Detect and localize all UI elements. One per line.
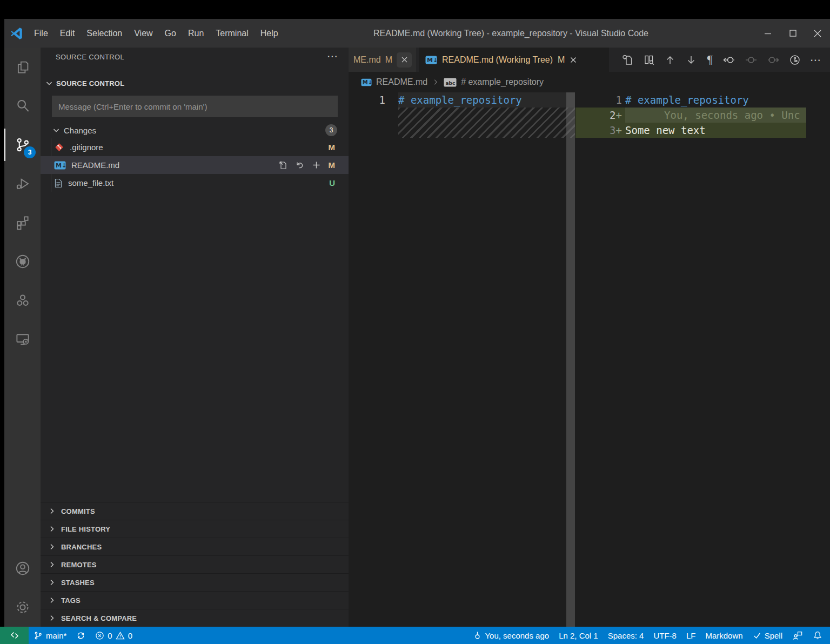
maximize-button[interactable]	[780, 19, 805, 48]
stage-changes-icon[interactable]	[312, 160, 321, 170]
branch-status-item[interactable]: main*	[29, 627, 71, 644]
close-tab-icon[interactable]	[397, 52, 412, 68]
section-commits[interactable]: COMMITS	[41, 502, 349, 520]
branch-icon	[34, 631, 43, 640]
menu-view[interactable]: View	[128, 19, 158, 48]
cursor-position-item[interactable]: Ln 2, Col 1	[554, 627, 603, 644]
menu-bar: File Edit Selection View Go Run Terminal…	[28, 19, 284, 48]
extensions-icon	[15, 214, 31, 231]
close-window-button[interactable]	[805, 19, 830, 48]
abc-glyph: abc	[446, 80, 456, 85]
tab-readme-working-tree[interactable]: M↓ README.md (Working Tree) M	[419, 48, 609, 72]
spell-label: Spell	[765, 631, 782, 640]
markdown-file-icon: M↓	[425, 56, 437, 64]
file-row-some-file[interactable]: some_file.txt U	[41, 174, 349, 192]
diff-modified-pane[interactable]: 1 # example_repository 2+ You, seconds a…	[575, 92, 830, 627]
activity-settings[interactable]	[4, 588, 41, 627]
encoding-item[interactable]: UTF-8	[648, 627, 681, 644]
section-label: COMMITS	[61, 507, 95, 515]
activity-explorer[interactable]	[4, 48, 41, 86]
feedback-item[interactable]	[787, 627, 808, 644]
discard-changes-icon[interactable]	[295, 160, 304, 170]
changes-header[interactable]: Changes 3	[41, 122, 349, 138]
md-glyph: M↓	[56, 162, 66, 169]
status-bar-right: You, seconds ago Ln 2, Col 1 Spaces: 4 U…	[468, 627, 830, 644]
line-number: 2+	[575, 108, 625, 123]
menu-selection[interactable]: Selection	[81, 19, 128, 48]
remote-indicator[interactable]	[0, 627, 29, 644]
file-history-icon[interactable]	[789, 54, 801, 66]
tab-readme[interactable]: ME.md M	[349, 48, 416, 72]
section-remotes[interactable]: REMOTES	[41, 555, 349, 573]
code-text: Some new text	[625, 123, 806, 138]
section-branches[interactable]: BRANCHES	[41, 538, 349, 555]
maximize-icon	[789, 30, 796, 37]
open-file-icon[interactable]	[622, 54, 634, 66]
files-icon	[15, 59, 31, 75]
section-source-control-header[interactable]: SOURCE CONTROL	[41, 75, 349, 91]
three-circles-icon	[15, 292, 31, 308]
whitespace-toggle-icon[interactable]: ¶	[706, 53, 713, 66]
section-file-history[interactable]: FILE HISTORY	[41, 520, 349, 538]
section-label: STASHES	[61, 579, 95, 587]
activity-gitlens[interactable]	[4, 281, 41, 320]
minimize-button[interactable]	[755, 19, 780, 48]
activity-accounts[interactable]	[4, 549, 41, 588]
open-file-icon[interactable]	[278, 160, 287, 170]
section-stashes[interactable]: STASHES	[41, 573, 349, 591]
check-icon	[753, 631, 761, 640]
close-tab-icon[interactable]	[570, 56, 577, 64]
previous-change-icon[interactable]	[664, 54, 676, 66]
scrollbar[interactable]	[566, 92, 575, 627]
file-row-gitignore[interactable]: .gitignore M	[41, 138, 349, 156]
open-changes-current-icon[interactable]	[745, 54, 758, 66]
commit-message-input[interactable]	[52, 96, 338, 117]
chevron-right-icon	[432, 78, 439, 86]
menu-file[interactable]: File	[28, 19, 54, 48]
menu-go[interactable]: Go	[159, 19, 182, 48]
vscode-logo-icon	[10, 26, 24, 41]
file-row-readme[interactable]: M↓ README.md	[41, 156, 349, 174]
activity-search[interactable]	[4, 86, 41, 125]
file-name: .gitignore	[70, 143, 103, 152]
blame-status-item[interactable]: You, seconds ago	[468, 627, 554, 644]
diff-original-pane[interactable]: 1 # example_repository	[349, 92, 575, 627]
activity-run-debug[interactable]	[4, 164, 41, 203]
more-actions-icon[interactable]: ⋯	[327, 48, 338, 66]
chevron-right-icon	[48, 614, 56, 622]
vscode-window: File Edit Selection View Go Run Terminal…	[0, 0, 830, 644]
problems-status-item[interactable]: 0 0	[90, 627, 137, 644]
source-control-badge: 3	[24, 146, 36, 158]
breadcrumb-symbol[interactable]: # example_repository	[461, 77, 544, 87]
open-changes-before-icon[interactable]	[722, 54, 735, 66]
minimize-icon	[764, 30, 772, 37]
activity-source-control[interactable]: 3	[4, 125, 41, 164]
menu-terminal[interactable]: Terminal	[210, 19, 254, 48]
inline-blame-annotation: You, seconds ago • Unc	[664, 108, 800, 123]
next-change-icon[interactable]	[685, 54, 697, 66]
activity-github[interactable]	[4, 242, 41, 281]
more-actions-icon[interactable]: ⋯	[810, 53, 821, 66]
text-file-icon	[54, 178, 63, 188]
activity-remote-explorer[interactable]	[4, 320, 41, 359]
activity-extensions[interactable]	[4, 203, 41, 242]
open-changes-after-icon[interactable]	[767, 54, 780, 66]
menu-edit[interactable]: Edit	[54, 19, 81, 48]
section-search-compare[interactable]: SEARCH & COMPARE	[41, 609, 349, 627]
compare-editor-icon[interactable]	[643, 54, 655, 66]
file-name: some_file.txt	[68, 178, 113, 187]
breadcrumb-file[interactable]: README.md	[376, 77, 427, 87]
language-mode-item[interactable]: Markdown	[700, 627, 747, 644]
menu-run[interactable]: Run	[182, 19, 210, 48]
git-status-modified: M	[329, 160, 336, 170]
section-title: SOURCE CONTROL	[56, 79, 124, 88]
search-icon	[15, 98, 31, 114]
eol-item[interactable]: LF	[681, 627, 701, 644]
spell-check-item[interactable]: Spell	[748, 627, 787, 644]
section-tags[interactable]: TAGS	[41, 591, 349, 609]
sync-status-item[interactable]	[71, 627, 90, 644]
diff-editor[interactable]: 1 # example_repository 1 # example_repos…	[349, 92, 830, 627]
menu-help[interactable]: Help	[255, 19, 284, 48]
indentation-item[interactable]: Spaces: 4	[603, 627, 649, 644]
notifications-item[interactable]	[808, 627, 830, 644]
